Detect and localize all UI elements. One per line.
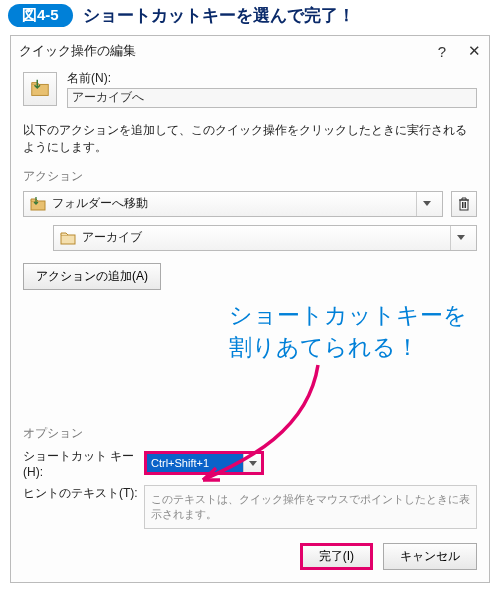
- dialog-titlebar: クイック操作の編集 ? ✕: [19, 42, 481, 60]
- name-row: 名前(N):: [23, 70, 477, 108]
- help-button[interactable]: ?: [438, 43, 446, 60]
- svg-rect-3: [61, 235, 75, 244]
- instruction-text: 以下のアクションを追加して、このクイック操作をクリックしたときに実行されるように…: [23, 122, 477, 156]
- finish-button[interactable]: 完了(I): [300, 543, 373, 570]
- hint-placeholder: このテキストは、クイック操作をマウスでポイントしたときに表示されます。: [151, 493, 470, 520]
- chevron-down-icon: [243, 454, 261, 472]
- quick-steps-edit-dialog: クイック操作の編集 ? ✕ 名前(N): 以下のアクションを追加して、このクイッ…: [10, 35, 490, 583]
- move-folder-icon: [29, 78, 51, 100]
- hint-text-input[interactable]: このテキストは、クイック操作をマウスでポイントしたときに表示されます。: [144, 485, 477, 529]
- folder-icon: [60, 230, 76, 246]
- figure-header: 図4-5 ショートカットキーを選んで完了！: [0, 0, 500, 35]
- dialog-button-row: 完了(I) キャンセル: [23, 543, 477, 570]
- name-input[interactable]: [67, 88, 477, 108]
- shortcut-key-label: ショートカット キー(H):: [23, 448, 138, 479]
- chevron-down-icon: [450, 226, 470, 250]
- move-folder-icon: [30, 196, 46, 212]
- section-options-label: オプション: [23, 425, 477, 442]
- target-folder-label: アーカイブ: [82, 229, 142, 246]
- quick-step-icon[interactable]: [23, 72, 57, 106]
- hint-text-label: ヒントのテキスト(T):: [23, 485, 138, 502]
- chevron-down-icon: [416, 192, 436, 216]
- close-button[interactable]: ✕: [468, 42, 481, 60]
- action-type-label: フォルダーへ移動: [52, 195, 148, 212]
- delete-action-button[interactable]: [451, 191, 477, 217]
- figure-title: ショートカットキーを選んで完了！: [83, 4, 355, 27]
- dialog-title: クイック操作の編集: [19, 42, 136, 60]
- section-action-label: アクション: [23, 168, 477, 185]
- figure-badge: 図4-5: [8, 4, 73, 27]
- target-folder-dropdown[interactable]: アーカイブ: [53, 225, 477, 251]
- annotation-area: ショートカットキーを 割りあてられる！: [23, 300, 477, 425]
- add-action-button[interactable]: アクションの追加(A): [23, 263, 161, 290]
- action-type-dropdown[interactable]: フォルダーへ移動: [23, 191, 443, 217]
- cancel-button[interactable]: キャンセル: [383, 543, 477, 570]
- annotation-text: ショートカットキーを 割りあてられる！: [229, 300, 467, 364]
- shortcut-key-dropdown[interactable]: Ctrl+Shift+1: [144, 451, 264, 475]
- name-label: 名前(N):: [67, 70, 477, 87]
- shortcut-key-value: Ctrl+Shift+1: [147, 454, 243, 472]
- trash-icon: [458, 197, 470, 211]
